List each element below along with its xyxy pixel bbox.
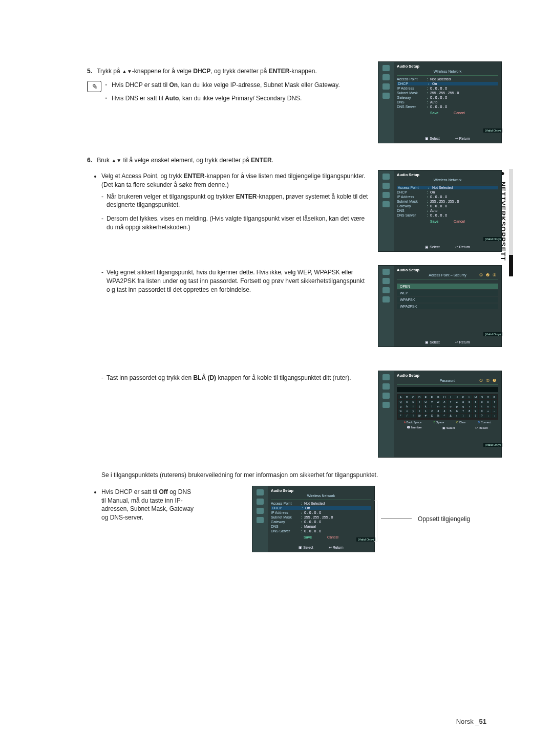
sidebar-icon <box>382 383 390 390</box>
key: w <box>398 409 403 413</box>
key: I <box>448 395 454 399</box>
music-icon <box>382 269 390 275</box>
key: [ <box>466 414 472 418</box>
sidebar-icon <box>382 278 390 284</box>
key: 4 <box>441 409 447 413</box>
key: i <box>410 404 416 408</box>
note5b: Hvis DNS er satt til Auto, kan du ikke v… <box>105 94 340 102</box>
key: p <box>454 404 460 408</box>
bullet-dhcp-off: Hvis DHCP er satt til Off og DNS til Man… <box>101 488 197 522</box>
key: k <box>423 404 429 408</box>
music-icon <box>382 65 390 71</box>
key: ? <box>479 414 484 418</box>
key: T <box>417 400 422 404</box>
key: O <box>485 395 491 399</box>
dash-password: Tast inn passordet og trykk den BLÅ (D) … <box>101 374 369 382</box>
key: j <box>417 404 422 408</box>
gear-icon <box>382 93 390 99</box>
key: N <box>479 395 484 399</box>
key: 3 <box>435 409 441 413</box>
key: A <box>398 395 403 399</box>
key: z <box>417 409 422 413</box>
net-icon <box>257 508 264 514</box>
key: a <box>460 400 466 404</box>
key: B <box>404 395 410 399</box>
key: R <box>404 400 410 404</box>
figure-dhcp-on: Audio Setup Wireless Network Access Poin… <box>378 61 502 143</box>
figure-dhcp-off: Audio Setup Wireless Network Access Poin… <box>252 486 375 552</box>
dash-security: Velg egnet sikkert tilgangspunkt, hvis d… <box>101 268 369 294</box>
gear-icon <box>382 296 390 303</box>
key: 5 <box>448 409 454 413</box>
sec-wep: WEP <box>397 290 498 296</box>
key: 2 <box>429 409 435 413</box>
step5-text: 5. Trykk på ▲▼-knappene for å velge DHCP… <box>87 68 369 75</box>
key: V <box>429 400 435 404</box>
key: u <box>485 404 491 408</box>
key: S <box>410 400 416 404</box>
key: ( <box>454 414 460 418</box>
key: n <box>441 404 447 408</box>
key: f <box>492 400 497 404</box>
key: J <box>454 395 460 399</box>
key: − <box>492 409 497 413</box>
key: t <box>479 404 484 408</box>
arrow-up-down-icon: ▲▼ <box>122 69 132 74</box>
key: P <box>492 395 497 399</box>
key: ; <box>485 414 491 418</box>
sec-open: OPEN <box>397 284 498 289</box>
music-icon <box>257 489 264 495</box>
step6-number: 6. <box>87 157 92 164</box>
note-icon: ✎ <box>87 81 101 92</box>
password-field <box>397 387 498 392</box>
net-icon <box>382 393 390 399</box>
key: o <box>448 404 454 408</box>
key: & <box>448 414 454 418</box>
figure-security: ① ❷ ③ Audio Setup Access Point – Securit… <box>378 265 502 347</box>
key: Z <box>454 400 460 404</box>
net-icon <box>382 83 390 90</box>
key: 9 <box>473 409 478 413</box>
key: % <box>435 414 441 418</box>
key: r <box>466 404 472 408</box>
net-icon <box>382 287 390 293</box>
key: M <box>473 395 478 399</box>
key: : <box>492 414 497 418</box>
bullet-access-point: Velg et Access Point, og trykk ENTER-kna… <box>101 172 369 232</box>
key: g <box>398 404 403 408</box>
key: y <box>410 409 416 413</box>
sidebar-icon <box>257 499 264 505</box>
dash-success: Dersom det lykkes, vises en melding. (Hv… <box>101 214 369 232</box>
key: 6 <box>454 409 460 413</box>
key: H <box>441 395 447 399</box>
key: L <box>466 395 472 399</box>
callout-line <box>381 519 412 519</box>
key: 1 <box>423 409 429 413</box>
sec-wpa2psk: WPA2PSK <box>397 304 498 309</box>
key: # <box>423 414 429 418</box>
key: Y <box>448 400 454 404</box>
key: ! <box>410 414 416 418</box>
key: @ <box>417 414 422 418</box>
key: e <box>485 400 491 404</box>
key: ] <box>473 414 478 418</box>
figure-password: ① ② ❸ Audio Setup Password ABCDEFGHIJKLM… <box>378 371 502 458</box>
key: K <box>460 395 466 399</box>
key: W <box>435 400 441 404</box>
callout-bracket <box>374 501 377 542</box>
key: 8 <box>466 409 472 413</box>
key: d <box>479 400 484 404</box>
key: ^ <box>441 414 447 418</box>
key: 7 <box>460 409 466 413</box>
key: h <box>404 404 410 408</box>
key: l <box>429 404 435 408</box>
step5-number: 5. <box>87 68 92 75</box>
key: D <box>417 395 422 399</box>
net-icon <box>382 192 390 198</box>
key: Q <box>398 400 403 404</box>
key: $ <box>429 414 435 418</box>
gear-icon <box>257 517 264 523</box>
gear-icon <box>382 402 390 408</box>
key: x <box>404 409 410 413</box>
key: ) <box>460 414 466 418</box>
